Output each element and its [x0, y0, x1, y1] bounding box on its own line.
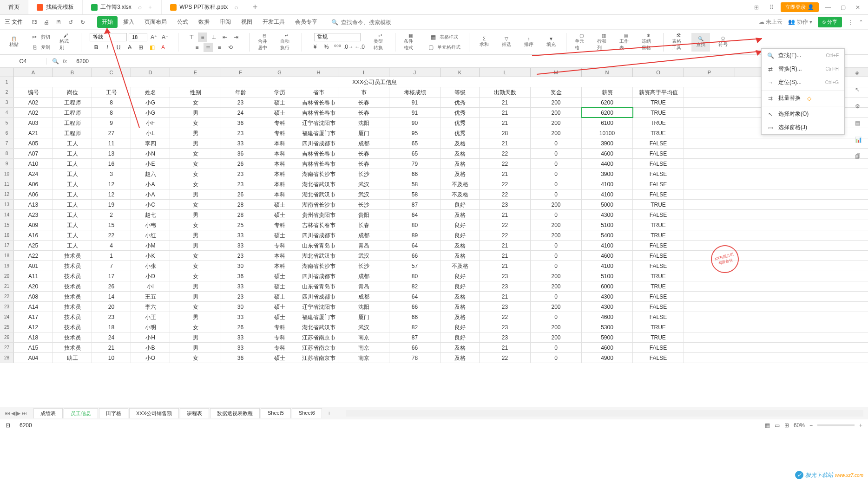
- orientation-icon[interactable]: ⟲: [226, 43, 235, 52]
- data-cell[interactable]: 工人: [53, 210, 92, 220]
- data-cell[interactable]: 女: [170, 302, 221, 312]
- tab-ppt[interactable]: WPS PPT教程.pptx ○: [162, 0, 247, 14]
- data-cell[interactable]: 小A: [131, 179, 170, 189]
- data-cell[interactable]: 18: [92, 322, 131, 332]
- data-cell[interactable]: 吉林省长春市: [299, 108, 338, 117]
- data-cell[interactable]: 4100: [582, 241, 633, 250]
- data-cell[interactable]: 不及格: [441, 261, 480, 271]
- login-button[interactable]: 立即登录 👤: [781, 2, 819, 12]
- data-cell[interactable]: 辽宁省沈阳市: [299, 302, 338, 312]
- data-cell[interactable]: 女: [170, 261, 221, 271]
- data-cell[interactable]: 南京: [338, 343, 389, 352]
- data-cell[interactable]: A14: [14, 302, 53, 312]
- data-cell[interactable]: 本科: [260, 251, 299, 261]
- data-cell[interactable]: 0: [531, 353, 582, 363]
- data-cell[interactable]: 26: [92, 281, 131, 291]
- preview-icon[interactable]: 🖹: [53, 17, 64, 27]
- data-cell[interactable]: 小H: [131, 332, 170, 342]
- data-cell[interactable]: 0: [531, 261, 582, 271]
- data-cell[interactable]: 女: [170, 98, 221, 107]
- data-cell[interactable]: 四川省成都市: [299, 138, 338, 148]
- data-cell[interactable]: FALSE: [633, 343, 684, 352]
- data-cell[interactable]: 22: [480, 189, 531, 199]
- data-cell[interactable]: 200: [531, 200, 582, 209]
- data-cell[interactable]: 66: [389, 343, 441, 352]
- data-cell[interactable]: 21: [480, 210, 531, 220]
- data-cell[interactable]: 15: [92, 220, 131, 230]
- data-cell[interactable]: 23: [221, 179, 260, 189]
- data-cell[interactable]: 200: [531, 220, 582, 230]
- data-cell[interactable]: 女: [170, 179, 221, 189]
- data-cell[interactable]: 2: [92, 210, 131, 220]
- data-cell[interactable]: 优秀: [441, 98, 480, 107]
- header-cell[interactable]: 学历: [260, 87, 299, 97]
- data-cell[interactable]: 湖北省武汉市: [299, 189, 338, 199]
- data-cell[interactable]: 80: [389, 271, 441, 281]
- data-cell[interactable]: 本科: [260, 138, 299, 148]
- data-cell[interactable]: FALSE: [633, 138, 684, 148]
- data-cell[interactable]: 吉林省长春市: [299, 159, 338, 169]
- view-page-icon[interactable]: ▭: [775, 422, 780, 429]
- data-cell[interactable]: 工人: [53, 230, 92, 240]
- data-cell[interactable]: 12: [92, 179, 131, 189]
- data-cell[interactable]: A21: [14, 128, 53, 138]
- data-cell[interactable]: 赵七: [131, 210, 170, 220]
- sheet-button[interactable]: ▤工作表: [619, 34, 632, 51]
- header-cell[interactable]: 出勤天数: [480, 87, 531, 97]
- data-cell[interactable]: 技术员: [53, 332, 92, 342]
- data-cell[interactable]: 5400: [582, 230, 633, 240]
- data-cell[interactable]: 22: [480, 149, 531, 158]
- data-cell[interactable]: 长春: [338, 220, 389, 230]
- header-cell[interactable]: 市: [338, 87, 389, 97]
- data-cell[interactable]: A09: [14, 220, 53, 230]
- row-header[interactable]: 7: [0, 138, 14, 148]
- data-cell[interactable]: 23: [221, 169, 260, 179]
- row-header[interactable]: 17: [0, 241, 14, 250]
- row-header[interactable]: 15: [0, 220, 14, 230]
- side-chart-icon[interactable]: 📊: [855, 137, 864, 146]
- data-cell[interactable]: 小张: [131, 261, 170, 271]
- column-header[interactable]: N: [582, 68, 633, 77]
- data-cell[interactable]: 24: [221, 108, 260, 117]
- data-cell[interactable]: 4600: [582, 251, 633, 261]
- data-cell[interactable]: 3900: [582, 169, 633, 179]
- data-cell[interactable]: 江苏省南京市: [299, 332, 338, 342]
- data-cell[interactable]: 及格: [441, 343, 480, 352]
- data-cell[interactable]: 技术员: [53, 261, 92, 271]
- data-cell[interactable]: 男: [170, 312, 221, 322]
- data-cell[interactable]: 6200: [582, 108, 633, 117]
- data-cell[interactable]: 助工: [53, 353, 92, 363]
- data-cell[interactable]: 优秀: [441, 108, 480, 117]
- side-select-icon[interactable]: ↖: [855, 86, 864, 96]
- data-cell[interactable]: 21: [480, 169, 531, 179]
- data-cell[interactable]: A01: [14, 261, 53, 271]
- rowcol-button[interactable]: ▥行和列: [597, 34, 610, 51]
- data-cell[interactable]: 长沙: [338, 261, 389, 271]
- data-cell[interactable]: 李四: [131, 138, 170, 148]
- data-cell[interactable]: 本科: [260, 189, 299, 199]
- data-cell[interactable]: 33: [221, 138, 260, 148]
- indent-left-icon[interactable]: ⇤: [220, 33, 230, 42]
- data-cell[interactable]: 33: [221, 281, 260, 291]
- data-cell[interactable]: 小L: [131, 128, 170, 138]
- font-color-icon[interactable]: A: [158, 43, 168, 52]
- data-cell[interactable]: A02: [14, 108, 53, 117]
- data-cell[interactable]: 本科: [260, 261, 299, 271]
- align-bottom-icon[interactable]: ⊥: [209, 33, 218, 42]
- data-cell[interactable]: 湖北省武汉市: [299, 251, 338, 261]
- file-menu[interactable]: 三 文件: [5, 18, 23, 26]
- row-header[interactable]: 11: [0, 179, 14, 189]
- data-cell[interactable]: 男: [170, 210, 221, 220]
- data-cell[interactable]: 65: [389, 149, 441, 158]
- data-cell[interactable]: 4: [92, 241, 131, 250]
- data-cell[interactable]: 技术员: [53, 251, 92, 261]
- data-cell[interactable]: 小K: [131, 251, 170, 261]
- filter-button[interactable]: ▽筛选: [500, 34, 513, 51]
- align-middle-icon[interactable]: ≡: [198, 33, 207, 42]
- font-size-select[interactable]: [129, 33, 147, 41]
- header-cell[interactable]: 考核成绩: [389, 87, 441, 97]
- data-cell[interactable]: 良好: [441, 271, 480, 281]
- view-break-icon[interactable]: ⊞: [784, 422, 789, 429]
- data-cell[interactable]: 23: [480, 200, 531, 209]
- data-cell[interactable]: 87: [389, 200, 441, 209]
